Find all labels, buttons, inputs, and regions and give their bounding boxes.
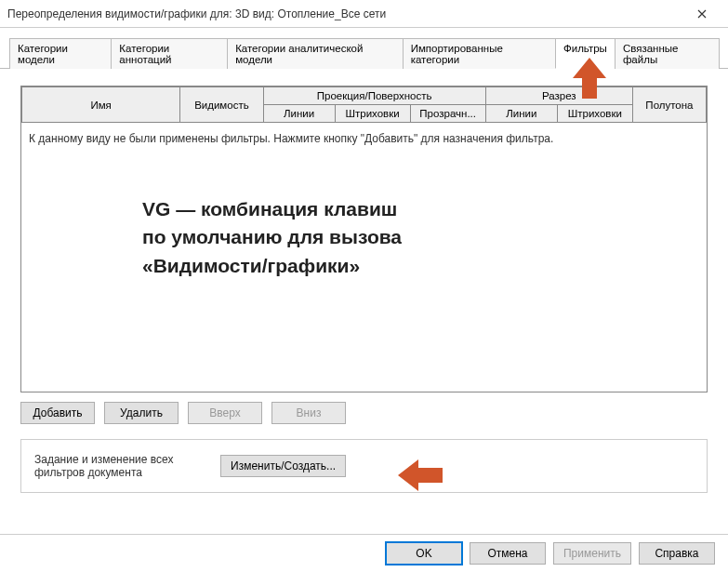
annotation-overlay-text: VG — комбинация клавиш по умолчанию для …	[142, 195, 402, 280]
grid-header: Имя Видимость Проекция/Поверхность Разре…	[21, 86, 707, 123]
help-button[interactable]: Справка	[639, 542, 715, 565]
cancel-button[interactable]: Отмена	[470, 542, 546, 565]
grid-empty-message: К данному виду не были применены фильтры…	[29, 132, 553, 145]
apply-button[interactable]: Применить	[553, 542, 631, 565]
tab-imported-categories[interactable]: Импортированные категории	[403, 38, 556, 69]
remove-button[interactable]: Удалить	[104, 402, 179, 424]
col-name[interactable]: Имя	[22, 87, 180, 123]
tab-annotation-categories[interactable]: Категории аннотаций	[111, 38, 228, 69]
overlay-line-3: «Видимости/графики»	[142, 252, 402, 280]
tabstrip: Категории модели Категории аннотаций Кат…	[0, 28, 728, 69]
col-proj-patterns[interactable]: Штриховки	[335, 105, 410, 123]
grid-button-row: Добавить Удалить Вверх Вниз	[20, 402, 708, 424]
col-cut-lines[interactable]: Линии	[485, 105, 557, 123]
ok-button[interactable]: OK	[386, 542, 462, 565]
col-visibility[interactable]: Видимость	[180, 87, 263, 123]
edit-create-button[interactable]: Изменить/Создать...	[220, 455, 346, 477]
tab-model-categories[interactable]: Категории модели	[9, 38, 112, 69]
col-cut-group[interactable]: Разрез	[485, 87, 632, 105]
edit-filters-panel: Задание и изменение всех фильтров докуме…	[20, 439, 708, 493]
tab-content: Имя Видимость Проекция/Поверхность Разре…	[0, 69, 728, 502]
col-cut-patterns[interactable]: Штриховки	[557, 105, 632, 123]
overlay-line-1: VG — комбинация клавиш	[142, 195, 402, 223]
edit-filters-label: Задание и изменение всех фильтров докуме…	[34, 453, 202, 479]
filters-grid: Имя Видимость Проекция/Поверхность Разре…	[20, 86, 708, 392]
add-button[interactable]: Добавить	[20, 402, 95, 424]
col-halftone[interactable]: Полутона	[632, 87, 706, 123]
col-proj-lines[interactable]: Линии	[263, 105, 335, 123]
up-button[interactable]: Вверх	[188, 402, 262, 424]
col-proj-transparency[interactable]: Прозрачн...	[410, 105, 485, 123]
tab-filters[interactable]: Фильтры	[555, 38, 615, 69]
down-button[interactable]: Вниз	[271, 402, 346, 424]
tab-linked-files[interactable]: Связанные файлы	[615, 38, 720, 69]
col-projection-group[interactable]: Проекция/Поверхность	[263, 87, 485, 105]
close-icon	[697, 9, 707, 19]
overlay-line-2: по умолчанию для вызова	[142, 223, 402, 251]
window-title: Переопределения видимости/графики для: 3…	[7, 7, 683, 20]
tab-analytical-categories[interactable]: Категории аналитической модели	[227, 38, 404, 69]
close-button[interactable]	[683, 1, 721, 27]
titlebar: Переопределения видимости/графики для: 3…	[0, 0, 728, 28]
grid-body: К данному виду не были применены фильтры…	[21, 123, 707, 392]
dialog-footer: OK Отмена Применить Справка	[0, 534, 728, 572]
